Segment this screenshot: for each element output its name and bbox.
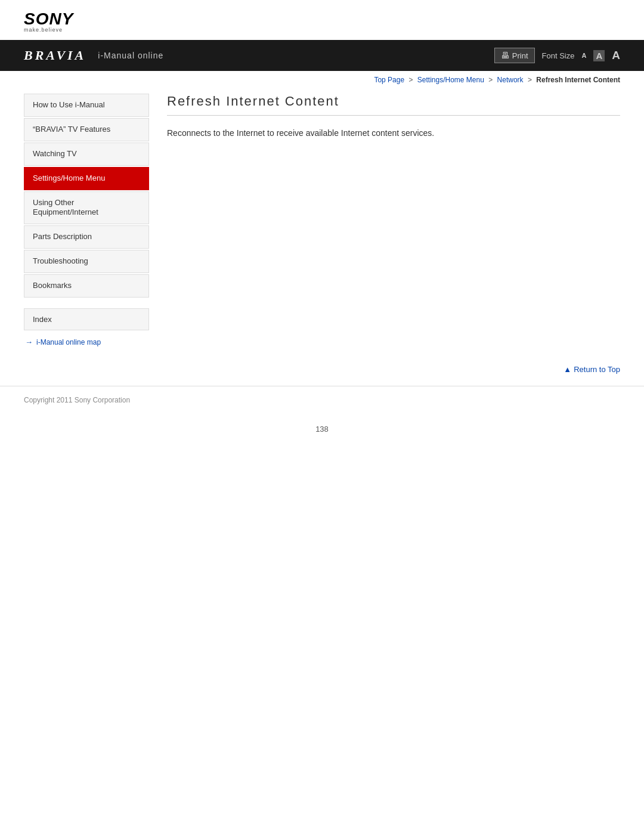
page-title: Refresh Internet Content [167, 94, 620, 116]
footer: Copyright 2011 Sony Corporation [0, 386, 644, 413]
content-area: Refresh Internet Content Reconnects to t… [167, 94, 620, 346]
arrow-right-icon: → [25, 337, 33, 346]
print-button[interactable]: 🖶 Print [494, 48, 535, 63]
breadcrumb-sep3: > [528, 76, 532, 84]
sony-text: SONY [24, 11, 620, 27]
breadcrumb-current: Refresh Internet Content [536, 76, 620, 84]
top-nav-right: 🖶 Print Font Size A A A [494, 48, 620, 63]
breadcrumb: Top Page > Settings/Home Menu > Network … [0, 71, 644, 89]
copyright-text: Copyright 2011 Sony Corporation [24, 396, 130, 404]
return-to-top-link[interactable]: ▲Return to Top [564, 365, 620, 374]
sidebar-item-bookmarks[interactable]: Bookmarks [24, 274, 149, 298]
sidebar-item-using-other-equipment[interactable]: Using Other Equipment/Internet [24, 191, 149, 225]
sidebar: How to Use i-Manual “BRAVIA” TV Features… [24, 94, 149, 346]
font-size-medium-button[interactable]: A [593, 50, 605, 61]
sidebar-item-how-to-use[interactable]: How to Use i-Manual [24, 94, 149, 117]
main-layout: How to Use i-Manual “BRAVIA” TV Features… [0, 94, 644, 346]
logo-area: SONY make.believe [0, 0, 644, 40]
top-nav-bar: BRAVIA i-Manual online 🖶 Print Font Size… [0, 40, 644, 71]
imanual-map-link[interactable]: i-Manual online map [36, 338, 101, 346]
sidebar-item-index[interactable]: Index [24, 308, 149, 330]
sidebar-item-troubleshooting[interactable]: Troubleshooting [24, 250, 149, 273]
font-size-small-button[interactable]: A [581, 52, 586, 59]
sony-tagline: make.believe [24, 27, 620, 33]
sidebar-item-bravia-features[interactable]: “BRAVIA” TV Features [24, 118, 149, 141]
breadcrumb-network[interactable]: Network [497, 76, 524, 84]
breadcrumb-settings[interactable]: Settings/Home Menu [417, 76, 484, 84]
font-size-large-button[interactable]: A [612, 49, 620, 62]
print-icon: 🖶 [501, 51, 509, 60]
sidebar-item-parts-description[interactable]: Parts Description [24, 225, 149, 249]
page-number: 138 [0, 413, 644, 445]
print-label: Print [512, 51, 528, 60]
sidebar-spacer [24, 299, 149, 306]
bravia-logo: BRAVIA [24, 48, 86, 63]
sidebar-item-watching-tv[interactable]: Watching TV [24, 143, 149, 166]
return-top-icon: ▲ [564, 365, 571, 374]
breadcrumb-sep2: > [488, 76, 493, 84]
return-to-top-area: ▲Return to Top [0, 346, 644, 380]
sony-logo: SONY make.believe [24, 11, 620, 33]
sidebar-item-settings-home-menu[interactable]: Settings/Home Menu [24, 167, 149, 190]
imanual-title: i-Manual online [98, 51, 494, 60]
sidebar-map-link-area: → i-Manual online map [24, 337, 149, 346]
breadcrumb-top-page[interactable]: Top Page [374, 76, 404, 84]
font-size-label: Font Size [542, 51, 575, 60]
page-description: Reconnects to the Internet to receive av… [167, 126, 620, 140]
breadcrumb-sep1: > [408, 76, 413, 84]
